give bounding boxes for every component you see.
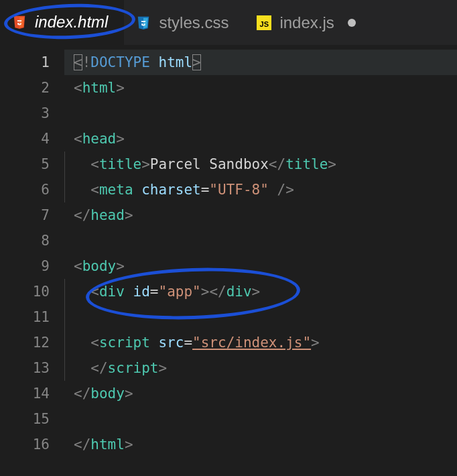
html5-icon bbox=[12, 15, 27, 29]
code-line[interactable]: <script src="src/index.js"> bbox=[64, 330, 457, 355]
tab-label: styles.css bbox=[159, 13, 228, 32]
line-number: 4 bbox=[0, 126, 50, 152]
line-number: 12 bbox=[0, 330, 50, 355]
code-line[interactable]: </body> bbox=[64, 381, 457, 406]
line-number: 5 bbox=[0, 152, 50, 177]
tab-label: index.html bbox=[35, 13, 108, 32]
tab-styles-css[interactable]: styles.css bbox=[124, 0, 245, 45]
code-line[interactable] bbox=[64, 304, 457, 330]
line-number: 9 bbox=[0, 253, 50, 279]
code-line[interactable]: <div id="app"></div> bbox=[64, 279, 457, 304]
code-line[interactable]: <meta charset="UTF-8" /> bbox=[64, 177, 457, 202]
code-line[interactable] bbox=[64, 101, 457, 126]
code-line[interactable]: <html> bbox=[64, 75, 457, 101]
line-number: 11 bbox=[0, 304, 50, 330]
line-number: 10 bbox=[0, 279, 50, 304]
code-line[interactable]: <!DOCTYPE html> bbox=[64, 50, 457, 75]
tab-bar: index.html styles.css JS index.js bbox=[0, 0, 457, 46]
tab-index-js[interactable]: JS index.js bbox=[245, 0, 371, 45]
code-line[interactable]: <head> bbox=[64, 126, 457, 152]
code-line[interactable]: </script> bbox=[64, 355, 457, 381]
line-number-gutter: 1 2 3 4 5 6 7 8 9 10 11 12 13 14 15 16 bbox=[0, 46, 64, 476]
line-number: 3 bbox=[0, 101, 50, 126]
tab-index-html[interactable]: index.html bbox=[0, 0, 124, 45]
js-icon: JS bbox=[257, 15, 271, 30]
code-editor[interactable]: 1 2 3 4 5 6 7 8 9 10 11 12 13 14 15 16 <… bbox=[0, 46, 457, 476]
svg-text:JS: JS bbox=[260, 19, 269, 27]
code-line[interactable]: </html> bbox=[64, 432, 457, 457]
code-area[interactable]: <!DOCTYPE html> <html> <head> <title>Par… bbox=[64, 46, 457, 476]
tab-label: index.js bbox=[279, 13, 334, 32]
css3-icon bbox=[136, 15, 151, 30]
unsaved-dot-icon bbox=[348, 19, 356, 27]
line-number: 14 bbox=[0, 381, 50, 406]
line-number: 15 bbox=[0, 406, 50, 432]
line-number: 8 bbox=[0, 228, 50, 253]
line-number: 2 bbox=[0, 75, 50, 101]
code-line[interactable] bbox=[64, 406, 457, 432]
line-number: 13 bbox=[0, 355, 50, 381]
code-line[interactable] bbox=[64, 228, 457, 253]
code-line[interactable]: </head> bbox=[64, 202, 457, 228]
line-number: 7 bbox=[0, 202, 50, 228]
line-number: 16 bbox=[0, 432, 50, 457]
line-number: 1 bbox=[0, 50, 50, 75]
line-number: 6 bbox=[0, 177, 50, 202]
code-line[interactable]: <title>Parcel Sandbox</title> bbox=[64, 152, 457, 177]
code-line[interactable]: <body> bbox=[64, 253, 457, 279]
